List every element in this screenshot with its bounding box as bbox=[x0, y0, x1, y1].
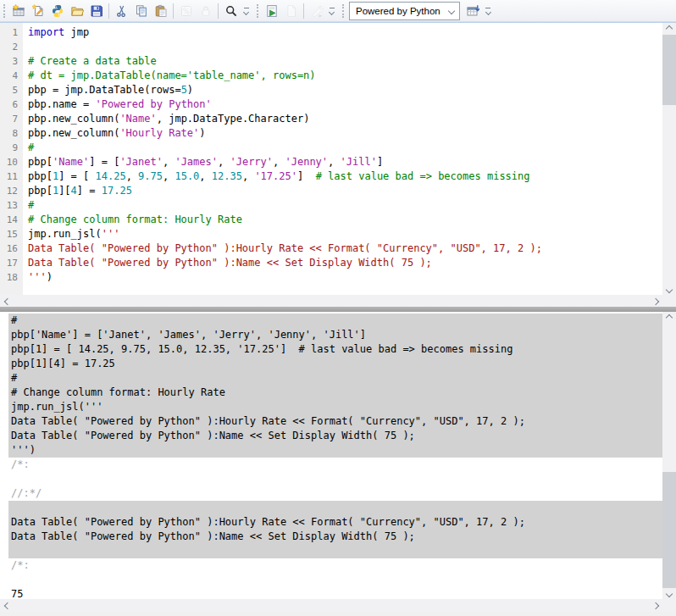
log-line: ''') bbox=[8, 443, 662, 458]
scroll-right-arrow[interactable] bbox=[650, 295, 661, 308]
code-line: pbp.new_column('Hourly Rate') bbox=[28, 126, 662, 141]
code-line: pbp[1][4] = 17.25 bbox=[28, 184, 662, 198]
toolbar-overflow-button[interactable] bbox=[326, 2, 337, 20]
line-number: 18 bbox=[0, 270, 23, 285]
toolbar-grip[interactable] bbox=[342, 4, 344, 18]
code-line: Data Table( "Powered by Python" ):Hourly… bbox=[28, 241, 662, 256]
open-file-icon bbox=[70, 4, 84, 18]
log-line: 75 bbox=[8, 587, 662, 599]
log-line: jmp.run_jsl(''' bbox=[8, 400, 662, 414]
run-script-button[interactable] bbox=[262, 2, 281, 20]
script-language-combo[interactable]: Powered by Python bbox=[349, 2, 460, 20]
code-line: pbp = jmp.DataTable(rows=5) bbox=[28, 83, 662, 97]
code-line: # Change column format: Hourly Rate bbox=[28, 213, 662, 227]
line-number: 9 bbox=[0, 141, 23, 155]
code-line: pbp['Name'] = ['Janet', 'James', 'Jerry'… bbox=[28, 155, 662, 169]
search-icon bbox=[224, 4, 238, 18]
log-line: Data Table( "Powered by Python" ):Name <… bbox=[8, 530, 662, 544]
code-line: # bbox=[28, 141, 662, 155]
search-button[interactable] bbox=[221, 2, 241, 20]
code-line: Data Table( "Powered by Python" ):Name <… bbox=[28, 256, 662, 270]
toolbar-grip[interactable] bbox=[257, 4, 258, 18]
line-number: 17 bbox=[0, 256, 23, 270]
scroll-down-arrow[interactable] bbox=[662, 284, 676, 295]
scroll-up-arrow[interactable] bbox=[662, 312, 676, 323]
code-editor-pane: 123456789101112131415161718 import jmp# … bbox=[0, 22, 676, 308]
save-icon bbox=[90, 4, 103, 18]
log-line: # Change column format: Hourly Rate bbox=[8, 386, 662, 400]
scroll-right-arrow[interactable] bbox=[650, 599, 661, 612]
scroll-left-arrow[interactable] bbox=[2, 599, 13, 612]
customize-button bbox=[307, 2, 326, 20]
code-line: pbp.new_column('Name', jmp.DataType.Char… bbox=[28, 112, 662, 126]
log-line: # bbox=[8, 314, 662, 328]
line-number: 12 bbox=[0, 184, 23, 198]
chevron-down-icon bbox=[329, 8, 335, 14]
scrollbar-thumb[interactable] bbox=[662, 35, 676, 105]
cut-button[interactable] bbox=[112, 2, 131, 20]
log-line: Data Table( "Powered by Python" ):Name <… bbox=[8, 429, 662, 443]
line-number: 3 bbox=[0, 54, 23, 69]
toolbar-overflow-button[interactable] bbox=[483, 2, 494, 20]
line-number-gutter: 123456789101112131415161718 bbox=[0, 23, 23, 295]
line-number: 13 bbox=[0, 198, 23, 213]
log-vertical-scrollbar[interactable] bbox=[662, 312, 676, 599]
code-line: pbp[1] = [ 14.25, 9.75, 15.0, 12.35, '17… bbox=[28, 169, 662, 184]
line-number: 14 bbox=[0, 213, 23, 227]
line-number: 2 bbox=[0, 40, 23, 54]
log-text-area[interactable]: #pbp['Name'] = ['Janet', 'James', 'Jerry… bbox=[0, 312, 662, 599]
reformat-script-icon bbox=[180, 4, 193, 18]
lock-icon bbox=[199, 4, 213, 18]
script-language-combo-value: Powered by Python bbox=[356, 6, 441, 16]
toolbar-separator bbox=[108, 3, 109, 19]
toolbar-separator bbox=[218, 3, 219, 19]
line-number: 4 bbox=[0, 69, 23, 83]
run-script-icon bbox=[265, 4, 279, 18]
new-script-button[interactable] bbox=[28, 2, 47, 20]
code-line: ''') bbox=[28, 270, 662, 285]
python-button[interactable] bbox=[47, 2, 67, 20]
log-line: pbp['Name'] = ['Janet', 'James', 'Jerry'… bbox=[8, 328, 662, 342]
log-line: //:*/ bbox=[8, 486, 662, 501]
code-line: # bbox=[28, 198, 662, 213]
new-data-table-button[interactable] bbox=[8, 2, 28, 20]
paste-icon bbox=[154, 4, 168, 18]
chevron-down-icon bbox=[243, 8, 249, 14]
toolbar-group-standard bbox=[0, 0, 253, 21]
attach-data-table-button[interactable] bbox=[463, 2, 483, 20]
code-editing-area[interactable]: import jmp# Create a data table# dt = jm… bbox=[23, 23, 662, 295]
log-horizontal-scrollbar[interactable] bbox=[0, 599, 676, 612]
toolbar-grip[interactable] bbox=[3, 4, 5, 18]
customize-icon bbox=[310, 4, 324, 18]
python-icon bbox=[51, 4, 64, 18]
scroll-up-arrow[interactable] bbox=[662, 23, 676, 34]
copy-button[interactable] bbox=[131, 2, 151, 20]
line-number: 1 bbox=[0, 25, 23, 40]
cut-icon bbox=[115, 4, 129, 18]
log-line: # bbox=[8, 371, 662, 386]
code-line: # dt = jmp.DataTable(name='table_name', … bbox=[28, 69, 662, 83]
reformat-script-button bbox=[176, 2, 196, 20]
paste-button[interactable] bbox=[151, 2, 170, 20]
log-line: Data Table( "Powered by Python" ):Hourly… bbox=[8, 515, 662, 530]
scroll-left-arrow[interactable] bbox=[2, 295, 13, 308]
save-button[interactable] bbox=[86, 2, 106, 20]
code-line bbox=[28, 40, 662, 54]
toolbar-overflow-button[interactable] bbox=[241, 2, 252, 20]
log-line bbox=[8, 544, 662, 558]
overflow-bar-icon bbox=[244, 8, 249, 8]
scrollbar-thumb[interactable] bbox=[662, 472, 676, 588]
overflow-bar-icon bbox=[330, 8, 335, 8]
log-line: pbp[1] = [ 14.25, 9.75, 15.0, 12.35, '17… bbox=[8, 342, 662, 357]
editor-vertical-scrollbar[interactable] bbox=[662, 23, 676, 295]
editor-horizontal-scrollbar[interactable] bbox=[0, 295, 676, 308]
toolbar-group-language: Powered by Python bbox=[339, 0, 496, 21]
chevron-down-icon bbox=[485, 8, 491, 14]
log-line bbox=[8, 472, 662, 486]
log-line bbox=[8, 501, 662, 515]
line-number: 5 bbox=[0, 83, 23, 97]
line-number: 6 bbox=[0, 97, 23, 112]
open-file-button[interactable] bbox=[67, 2, 86, 20]
copy-icon bbox=[135, 4, 148, 18]
scroll-down-arrow[interactable] bbox=[662, 588, 676, 599]
